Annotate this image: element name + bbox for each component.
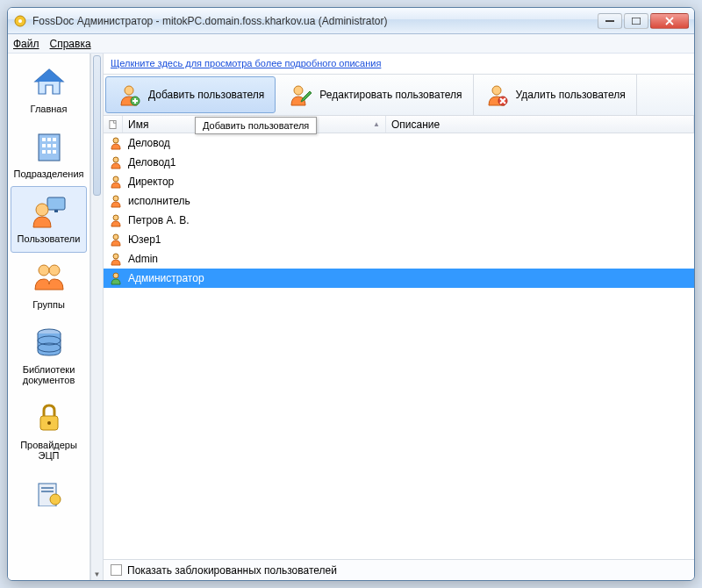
svg-point-35 [113,157,118,162]
table-row[interactable]: Деловод [104,133,694,153]
delete-user-icon [484,82,509,107]
svg-rect-9 [47,144,51,147]
svg-rect-26 [41,491,54,492]
table-row[interactable]: исполнитель [104,191,694,211]
sidebar-item-providers[interactable]: Провайдеры ЭЦП [8,393,90,469]
svg-rect-7 [53,138,56,141]
row-name: Петров А. В. [128,214,189,226]
body: Главная Подразделения Пользователи Групп… [8,54,694,580]
svg-point-30 [294,86,303,95]
sidebar-item-groups[interactable]: Группы [8,253,90,318]
minimize-button[interactable] [598,13,622,29]
app-icon [13,14,27,28]
row-name: Юзер1 [128,233,161,246]
table-row[interactable]: Admin [104,249,694,269]
sidebar-item-home[interactable]: Главная [8,57,90,122]
window-buttons [598,13,689,29]
sidebar-item-libraries[interactable]: Библиотеки документов [8,318,90,393]
doc-lock-icon [30,474,68,513]
column-name[interactable]: Имя ▲ [123,116,386,133]
toolbar-label: Добавить пользователя [148,89,264,101]
row-name: Деловод [128,137,170,149]
window-title: FossDoc Администратор - mitokPC.domain.f… [32,15,598,27]
menubar: Файл Справка [8,34,694,54]
edit-user-button[interactable]: Редактировать пользователя [277,75,473,115]
svg-rect-5 [42,138,46,141]
svg-point-16 [36,204,48,216]
svg-rect-33 [110,120,116,128]
svg-point-40 [113,254,118,259]
toolbar: Добавить пользователя Редактировать поль… [104,74,694,116]
menu-file[interactable]: Файл [13,38,39,50]
building-icon [30,127,68,166]
info-link[interactable]: Щелкните здесь для просмотра более подро… [111,58,381,68]
scroll-thumb[interactable] [93,55,101,196]
user-icon [109,252,123,266]
window: FossDoc Администратор - mitokPC.domain.f… [7,7,695,581]
table-row[interactable]: Юзер1 [104,230,694,249]
svg-rect-2 [605,20,614,22]
table-row[interactable]: Деловод1 [104,153,694,172]
svg-rect-8 [42,144,46,147]
svg-point-27 [50,494,61,505]
add-user-button[interactable]: Добавить пользователя [105,76,276,113]
edit-user-icon [288,82,312,107]
show-blocked-checkbox[interactable] [111,564,122,576]
svg-rect-14 [47,197,65,210]
sidebar-item-label: Главная [31,104,68,115]
sidebar-item-partial[interactable] [8,469,90,515]
titlebar[interactable]: FossDoc Администратор - mitokPC.domain.f… [8,8,694,34]
table-row[interactable]: Петров А. В. [104,211,694,230]
row-name: Деловод1 [128,156,176,169]
svg-rect-25 [41,487,54,489]
row-name: Администратор [128,272,204,284]
toolbar-label: Редактировать пользователя [319,89,462,101]
row-name: исполнитель [128,195,190,207]
svg-point-37 [113,196,118,201]
database-icon [30,323,68,362]
status-bar: Показать заблокированных пользователей [104,559,694,580]
table-row[interactable]: Администратор [104,269,694,288]
main-panel: Щелкните здесь для просмотра более подро… [103,54,694,580]
groups-icon [30,258,68,297]
sidebar-item-label: Подразделения [14,169,84,180]
column-doc-icon[interactable] [104,116,123,133]
delete-user-button[interactable]: Удалить пользователя [474,75,637,115]
svg-rect-15 [54,210,58,212]
menu-help[interactable]: Справка [50,38,91,50]
column-name-label: Имя [128,118,148,131]
user-icon [109,136,123,150]
maximize-button[interactable] [624,13,648,29]
row-name: Admin [128,253,158,265]
svg-point-38 [113,215,118,220]
home-icon [30,62,68,101]
sidebar-scrollbar[interactable]: ▲ ▼ [90,54,103,580]
scroll-down-icon[interactable]: ▼ [91,568,103,580]
sidebar: Главная Подразделения Пользователи Групп… [8,54,90,580]
close-button[interactable] [650,13,689,29]
svg-point-28 [125,86,133,95]
user-icon [109,175,123,189]
sidebar-item-users[interactable]: Пользователи [11,186,87,253]
svg-rect-11 [42,150,46,154]
user-monitor-icon [30,192,68,231]
sidebar-item-departments[interactable]: Подразделения [8,122,90,187]
toolbar-label: Удалить пользователя [516,89,626,101]
svg-point-18 [49,265,60,276]
svg-rect-10 [53,144,56,147]
svg-point-34 [113,138,118,143]
svg-rect-12 [47,150,51,154]
svg-point-1 [18,19,22,23]
user-list: ДеловодДеловод1ДиректорисполнительПетров… [104,133,694,559]
svg-point-41 [113,273,118,278]
user-icon [109,233,123,247]
column-headers: Имя ▲ Описание [104,116,694,133]
user-icon [109,155,123,169]
sidebar-item-label: Провайдеры ЭЦП [10,440,88,462]
status-label: Показать заблокированных пользователей [127,564,337,577]
row-name: Директор [128,176,174,188]
svg-point-39 [113,234,118,240]
column-desc[interactable]: Описание [386,116,694,133]
table-row[interactable]: Директор [104,172,694,191]
svg-point-17 [39,265,49,276]
